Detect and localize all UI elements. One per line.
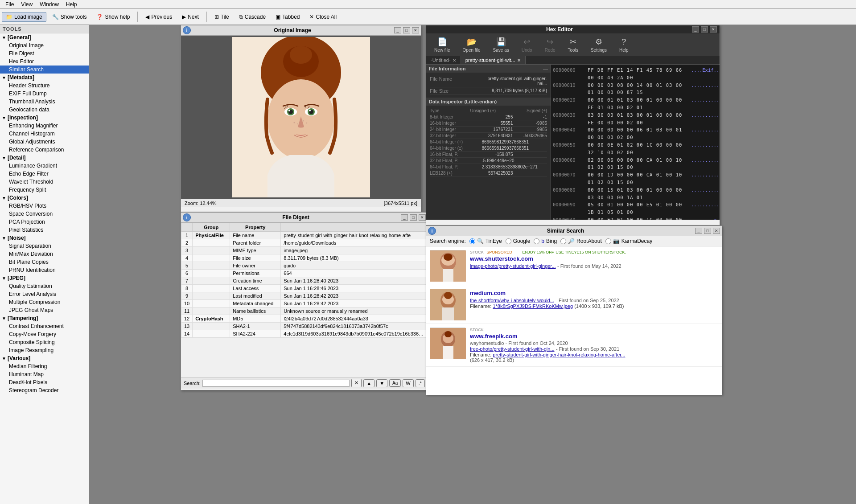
info-button-digest[interactable]: i xyxy=(183,213,191,221)
show-help-button[interactable]: ❓ Show help xyxy=(92,12,134,22)
info-button-similar[interactable]: i xyxy=(428,227,436,235)
section-inspection[interactable]: ▼ [Inspection] xyxy=(0,114,89,122)
google-option[interactable]: Google xyxy=(506,238,531,244)
search-case[interactable]: Aa xyxy=(389,379,401,387)
sidebar-item-space-conversion[interactable]: Space Conversion xyxy=(0,210,89,218)
hex-tab-close[interactable]: ✕ xyxy=(453,58,456,63)
sidebar-item-enhancing-magnifier[interactable]: Enhancing Magnifier xyxy=(0,122,89,130)
result-file-link-3[interactable]: pretty-student-girl-with-ginger-hair-kno… xyxy=(493,352,625,357)
hex-tools[interactable]: ✂ Tools xyxy=(564,35,583,54)
sidebar-item-copy-move[interactable]: Copy-Move Forgery xyxy=(0,330,89,338)
section-jpeg[interactable]: ▼ [JPEG] xyxy=(0,274,89,282)
sidebar-item-pca-projection[interactable]: PCA Projection xyxy=(0,218,89,226)
bing-option[interactable]: b Bing xyxy=(534,238,557,244)
result-url-1[interactable]: image-photo/pretty-student-girl-ginger..… xyxy=(470,263,556,269)
search-word[interactable]: W xyxy=(403,379,413,387)
show-tools-button[interactable]: 🔧 Show tools xyxy=(48,12,91,22)
maximize-digest[interactable]: □ xyxy=(410,214,417,221)
close-button[interactable]: ✕ xyxy=(412,27,419,33)
search-prev[interactable]: ▲ xyxy=(363,379,374,387)
sidebar-item-exif-dump[interactable]: EXIF Full Dump xyxy=(0,90,89,98)
sidebar-item-thumbnail-analysis[interactable]: Thumbnail Analysis xyxy=(0,98,89,106)
sidebar-item-contrast-enhancement[interactable]: Contrast Enhancement xyxy=(0,322,89,330)
sidebar-item-hex-editor[interactable]: Hex Editor xyxy=(0,57,89,66)
sidebar-item-minmax-deviation[interactable]: Min/Max Deviation xyxy=(0,250,89,258)
hex-data-panel[interactable]: 00000000 FF D8 FF E1 14 F1 45 78 69 66 0… xyxy=(551,65,720,220)
previous-button[interactable]: ◀ Previous xyxy=(141,12,176,22)
tile-button[interactable]: ⊞ Tile xyxy=(210,12,233,22)
hex-undo[interactable]: ↩ Undo xyxy=(517,35,537,54)
sidebar-item-header-structure[interactable]: Header Structure xyxy=(0,82,89,90)
result-domain-1[interactable]: www.shutterstock.com xyxy=(470,255,718,262)
sidebar-item-pixel-statistics[interactable]: Pixel Statistics xyxy=(0,226,89,234)
sidebar-item-image-resampling[interactable]: Image Resampling xyxy=(0,346,89,354)
menu-window[interactable]: Window xyxy=(36,0,62,8)
load-image-button[interactable]: 📁 Load image xyxy=(2,12,46,22)
result-url-2[interactable]: the-shortform/why-i-absolutely-would... xyxy=(470,298,554,303)
sidebar-item-quality-estimation[interactable]: Quality Estimation xyxy=(0,282,89,290)
sidebar-item-jpeg-ghost[interactable]: JPEG Ghost Maps xyxy=(0,306,89,314)
close-hex[interactable]: ✕ xyxy=(710,26,717,33)
section-various[interactable]: ▼ [Various] xyxy=(0,354,89,362)
sidebar-item-median-filtering[interactable]: Median Filtering xyxy=(0,362,89,370)
result-link-2[interactable]: the-shortform/why-i-absolutely-would... … xyxy=(470,297,718,303)
sidebar-item-error-level[interactable]: Error Level Analysis xyxy=(0,290,89,298)
section-noise[interactable]: ▼ [Noise] xyxy=(0,234,89,242)
cascade-button[interactable]: ⧉ Cascade xyxy=(235,12,270,22)
result-link-3[interactable]: free-photo/pretty-student-girl-with-gin.… xyxy=(470,346,718,352)
sidebar-item-channel-histogram[interactable]: Channel Histogram xyxy=(0,130,89,138)
tabbed-button[interactable]: ▣ Tabbed xyxy=(272,12,304,22)
digest-table-scroll[interactable]: Group Property 1 PhysicalFile File name … xyxy=(181,223,428,377)
result-file-link-2[interactable]: 1*8k8rSgPXJ9DSiFMkRKoKMw.jpeg xyxy=(493,303,573,309)
sidebar-item-signal-separation[interactable]: Signal Separation xyxy=(0,242,89,250)
sidebar-item-illuminant-map[interactable]: Illuminant Map xyxy=(0,370,89,378)
hex-tab-file[interactable]: pretty-student-girl-wit... ✕ xyxy=(461,56,526,64)
sidebar-item-frequency-split[interactable]: Frequency Split xyxy=(0,186,89,194)
sidebar-item-similar-search[interactable]: Similar Search xyxy=(0,66,89,74)
hex-open-file[interactable]: 📂 Open file xyxy=(458,35,485,54)
result-link-1[interactable]: image-photo/pretty-student-girl-ginger..… xyxy=(470,263,718,269)
result-domain-2[interactable]: medium.com xyxy=(470,290,718,296)
close-all-button[interactable]: ✕ Close All xyxy=(305,12,341,22)
sidebar-item-prnu[interactable]: PRNU Identification xyxy=(0,266,89,274)
sidebar-item-geolocation[interactable]: Geolocation data xyxy=(0,106,89,114)
sidebar-item-composite-splicing[interactable]: Composite Splicing xyxy=(0,338,89,346)
minimize-similar[interactable]: _ xyxy=(695,228,702,234)
hex-save-as[interactable]: 💾 Save as xyxy=(489,35,514,54)
close-similar[interactable]: ✕ xyxy=(713,228,720,234)
close-digest[interactable]: ✕ xyxy=(419,214,426,221)
sidebar-item-echo-edge[interactable]: Echo Edge Filter xyxy=(0,170,89,178)
file-info-collapse[interactable]: — xyxy=(543,66,548,71)
section-metadata[interactable]: ▼ [Metadata] xyxy=(0,74,89,82)
hex-new-file[interactable]: 📄 New file xyxy=(430,35,455,54)
hex-redo[interactable]: ↪ Redo xyxy=(540,35,560,54)
sidebar-item-global-adjustments[interactable]: Global Adjustments xyxy=(0,138,89,146)
minimize-hex[interactable]: _ xyxy=(692,26,699,33)
sidebar-item-multiple-compression[interactable]: Multiple Compression xyxy=(0,298,89,306)
search-next[interactable]: ▼ xyxy=(376,379,387,387)
section-tampering[interactable]: ▼ [Tampering] xyxy=(0,314,89,322)
karmadecay-option[interactable]: 📷 KarmaDecay xyxy=(605,238,652,244)
sidebar-item-luminance-gradient[interactable]: Luminance Gradient xyxy=(0,162,89,170)
search-input[interactable] xyxy=(202,380,350,387)
menu-file[interactable]: File xyxy=(2,0,17,8)
maximize-hex[interactable]: □ xyxy=(701,26,708,33)
hex-tab-untitled[interactable]: -Untitled- ✕ xyxy=(426,56,461,64)
minimize-button[interactable]: _ xyxy=(394,27,401,33)
sidebar-item-file-digest[interactable]: File Digest xyxy=(0,49,89,57)
maximize-similar[interactable]: □ xyxy=(704,228,711,234)
sidebar-item-original-image[interactable]: Original Image xyxy=(0,41,89,49)
sidebar-item-bit-plane[interactable]: Bit Plane Copies xyxy=(0,258,89,266)
sidebar-item-stereogram[interactable]: Stereogram Decoder xyxy=(0,386,89,394)
minimize-digest[interactable]: _ xyxy=(401,214,408,221)
sidebar-item-reference-comparison[interactable]: Reference Comparison xyxy=(0,146,89,154)
rootabout-option[interactable]: 🔎 RootAbout xyxy=(560,238,602,244)
next-button[interactable]: ▶ Next xyxy=(178,12,203,22)
section-general[interactable]: ▼ [General] xyxy=(0,33,89,41)
info-button[interactable]: i xyxy=(183,26,191,34)
tineye-option[interactable]: 🔍 TinEye xyxy=(469,238,502,244)
menu-view[interactable]: View xyxy=(17,0,36,8)
sidebar-item-dead-hot-pixels[interactable]: Dead/Hot Pixels xyxy=(0,378,89,386)
section-colors[interactable]: ▼ [Colors] xyxy=(0,194,89,202)
similar-results[interactable]: STOCK SPONSORED ENJOY 15% OFF. Use TINEY… xyxy=(426,246,722,395)
